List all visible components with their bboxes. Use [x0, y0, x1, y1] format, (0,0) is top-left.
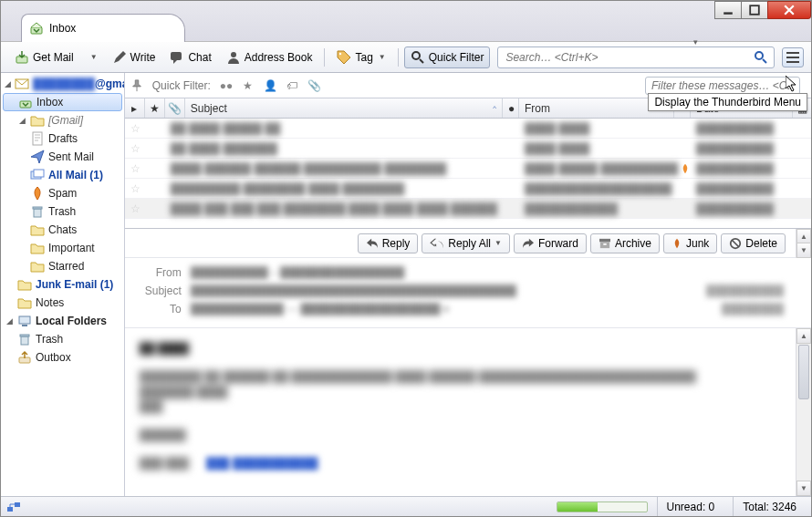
activity-progress	[557, 501, 648, 512]
tab-strip: Inbox ▾	[1, 1, 811, 42]
preview-body: ██ ████ ████████ ██ ██████ ██ ██████████…	[125, 328, 811, 496]
svg-point-7	[412, 52, 420, 59]
folder-gmail[interactable]: ◢ [Gmail]	[1, 111, 124, 129]
filter-messages-input[interactable]	[645, 77, 800, 95]
svg-rect-11	[786, 61, 799, 63]
svg-rect-25	[600, 242, 609, 248]
folder-spam[interactable]: Spam	[1, 184, 124, 202]
window-controls	[715, 1, 811, 19]
svg-rect-9	[786, 52, 799, 54]
close-button[interactable]	[767, 1, 811, 19]
archive-button[interactable]: Archive	[590, 233, 660, 253]
pin-icon[interactable]	[130, 79, 143, 92]
preview-body-scrollbar[interactable]: ▲▼	[796, 328, 811, 496]
col-read[interactable]: ●	[503, 98, 519, 118]
forward-button[interactable]: Forward	[514, 233, 587, 253]
tabs-dropdown-icon[interactable]: ▾	[693, 37, 698, 47]
svg-rect-14	[33, 132, 42, 145]
folder-icon	[17, 295, 32, 310]
get-mail-dropdown[interactable]: ▼	[82, 49, 104, 65]
preview-pane: Reply Reply All▼ Forward Archive Junk De…	[125, 228, 811, 496]
trash-icon	[17, 332, 32, 346]
status-total: Total: 3246	[733, 497, 806, 516]
separator	[324, 48, 325, 67]
folder-icon	[30, 241, 45, 255]
chat-button[interactable]: Chat	[163, 47, 217, 68]
reply-all-button[interactable]: Reply All▼	[422, 233, 510, 253]
svg-point-5	[231, 52, 236, 57]
junk-button[interactable]: Junk	[663, 233, 717, 253]
global-search[interactable]	[497, 47, 775, 68]
folder-inbox[interactable]: Inbox	[3, 93, 122, 111]
col-thread[interactable]: ▸	[125, 98, 145, 118]
message-actions: Reply Reply All▼ Forward Archive Junk De…	[125, 229, 811, 258]
folder-starred[interactable]: Starred	[1, 257, 124, 275]
local-folders-row[interactable]: ◢ Local Folders	[1, 312, 124, 330]
attachment-filter-icon[interactable]: 📎	[307, 79, 320, 92]
folder-junk[interactable]: Junk E-mail (1)	[1, 275, 124, 294]
message-row[interactable]: ☆████ ███ ███ ███ ████████ ████ ████ ███…	[125, 199, 811, 219]
folder-chats[interactable]: Chats	[1, 221, 124, 239]
hamburger-icon	[786, 52, 799, 63]
svg-rect-17	[34, 209, 41, 217]
inbox-icon	[18, 95, 33, 109]
col-attachment[interactable]: 📎	[165, 98, 185, 118]
quick-filter-button[interactable]: Quick Filter	[404, 47, 491, 68]
chat-icon	[170, 50, 184, 65]
row-star[interactable]: ☆	[125, 142, 145, 155]
svg-rect-4	[171, 52, 182, 60]
online-icon[interactable]	[6, 501, 21, 513]
star-filter-icon[interactable]: ★	[242, 79, 255, 92]
search-icon	[754, 50, 768, 65]
computer-icon	[17, 314, 32, 328]
address-book-button[interactable]: Address Book	[220, 47, 319, 68]
maximize-button[interactable]	[741, 1, 768, 19]
write-button[interactable]: Write	[106, 47, 162, 68]
col-star[interactable]: ★	[145, 98, 165, 118]
delete-button[interactable]: Delete	[721, 233, 786, 253]
col-subject[interactable]: Subject^	[185, 98, 503, 118]
row-star[interactable]: ☆	[125, 202, 145, 215]
folder-icon	[30, 113, 45, 128]
folder-drafts[interactable]: Drafts	[1, 129, 124, 148]
local-outbox[interactable]: Outbox	[1, 348, 124, 367]
separator	[398, 48, 399, 67]
contact-filter-icon[interactable]: 👤	[264, 79, 276, 92]
folder-sent[interactable]: Sent Mail	[1, 148, 124, 166]
sent-icon	[30, 150, 45, 164]
magnify-icon	[411, 50, 425, 65]
minimize-button[interactable]	[714, 1, 742, 19]
folder-notes[interactable]: Notes	[1, 294, 124, 312]
svg-rect-22	[20, 335, 29, 336]
message-list: ☆██ ████ █████ ██████ ██████████████☆██ …	[125, 119, 811, 228]
account-row[interactable]: ◢ ████████@gmail.com	[1, 75, 124, 93]
local-trash[interactable]: Trash	[1, 330, 124, 348]
row-star[interactable]: ☆	[125, 162, 145, 175]
preview-actions-scrollbar[interactable]: ▲▼	[796, 229, 811, 258]
message-row[interactable]: ☆██ ████ █████ ██████ ██████████████	[125, 119, 811, 139]
preview-to-label: To	[134, 303, 191, 315]
svg-rect-10	[786, 57, 799, 58]
message-row[interactable]: ☆█████████ ████████ ████ ███████████████…	[125, 179, 811, 199]
svg-rect-19	[19, 316, 30, 324]
drafts-icon	[30, 131, 45, 146]
folder-all-mail[interactable]: All Mail (1)	[1, 166, 124, 184]
tag-button[interactable]: Tag▼	[330, 47, 391, 68]
unread-dot-icon[interactable]: ●●	[220, 79, 233, 92]
folder-tree: ◢ ████████@gmail.com Inbox ◢ [Gmail] Dra…	[1, 73, 125, 496]
tag-filter-icon[interactable]: 🏷	[286, 79, 298, 92]
message-row[interactable]: ☆████ ██████ ██████ ██████████ █████████…	[125, 159, 811, 179]
reply-button[interactable]: Reply	[358, 233, 419, 253]
row-star[interactable]: ☆	[125, 182, 145, 195]
svg-rect-24	[599, 238, 610, 241]
message-row[interactable]: ☆██ ████ ███████████ ██████████████	[125, 139, 811, 159]
preview-from-value: ██████████ – ████████████████	[191, 266, 784, 279]
mail-account-icon	[15, 77, 29, 91]
folder-trash[interactable]: Trash	[1, 202, 124, 221]
search-input[interactable]	[505, 51, 750, 64]
tab-inbox[interactable]: Inbox	[21, 14, 185, 42]
row-star[interactable]: ☆	[125, 122, 145, 135]
app-menu-button[interactable]	[782, 47, 804, 67]
get-mail-button[interactable]: Get Mail	[8, 47, 80, 68]
folder-important[interactable]: Important	[1, 239, 124, 257]
